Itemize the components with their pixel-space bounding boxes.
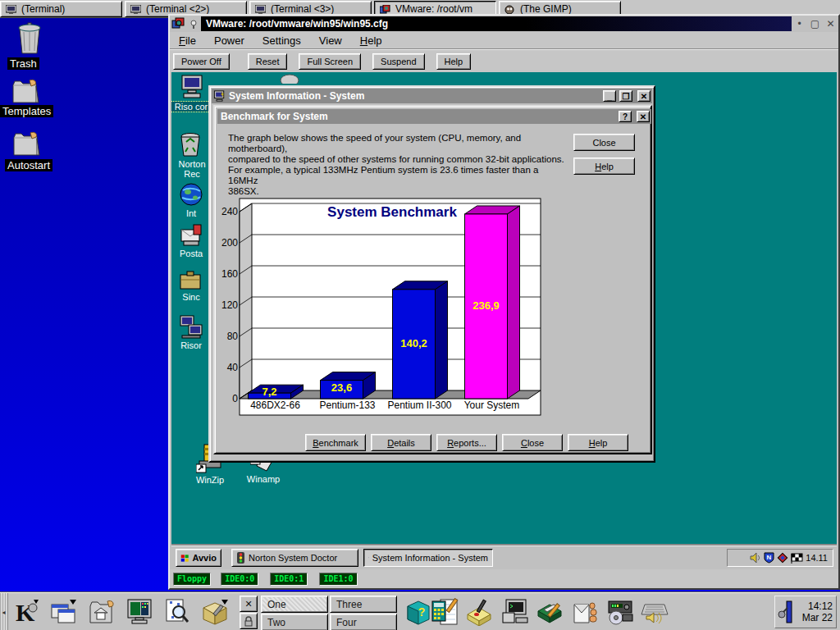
folder-icon bbox=[12, 131, 42, 158]
pin-icon[interactable] bbox=[189, 19, 199, 29]
reset-button[interactable]: Reset bbox=[248, 53, 288, 70]
guest-clock[interactable]: 14.11 bbox=[806, 553, 828, 563]
trash-desktop-icon[interactable] bbox=[16, 22, 43, 55]
details-button[interactable]: Details bbox=[371, 434, 431, 451]
guest-icon-inbox[interactable] bbox=[179, 221, 203, 251]
svg-text:240: 240 bbox=[221, 206, 238, 217]
applet-icon bbox=[775, 598, 795, 626]
dialog-help-button-bottom[interactable]: Help bbox=[568, 434, 628, 451]
sysinfo-title: System Information - System bbox=[229, 90, 600, 102]
autostart-desktop-icon[interactable] bbox=[12, 131, 42, 158]
svg-text:236,9: 236,9 bbox=[472, 299, 500, 312]
dialog-title: Benchmark for System bbox=[219, 111, 615, 122]
templates-desktop-icon[interactable] bbox=[11, 79, 41, 105]
benchmark-dialog-titlebar[interactable]: Benchmark for System ? ✕ bbox=[217, 109, 651, 124]
taskbar-tab-terminal-1[interactable]: (Terminal) bbox=[0, 1, 122, 17]
pager-desktop-two[interactable]: Two bbox=[261, 614, 328, 630]
volume-icon[interactable] bbox=[750, 552, 761, 564]
globe-icon bbox=[179, 182, 203, 207]
vmware-window: VMware: /root/vmware/win95/win95.cfg • ▢… bbox=[168, 14, 840, 590]
guest-icon-label[interactable]: WinZip bbox=[186, 475, 234, 485]
maximize-button[interactable]: ❐ bbox=[619, 90, 632, 102]
toolbar-help-button[interactable]: Help bbox=[436, 53, 472, 70]
dialog-close-button-bottom[interactable]: Close bbox=[502, 434, 563, 451]
benchmark-button[interactable]: Benchmark bbox=[305, 434, 366, 451]
close-icon[interactable]: ✕ bbox=[637, 90, 651, 102]
guest-icon-label[interactable]: Risor bbox=[171, 340, 211, 350]
guest-icon-label[interactable]: Norton Rec bbox=[171, 159, 212, 179]
close-icon[interactable]: ✕ bbox=[637, 111, 650, 122]
checkered-flag-icon[interactable] bbox=[791, 553, 803, 564]
k-menu-button[interactable]: K bbox=[11, 597, 41, 627]
guest-icon-briefcase[interactable] bbox=[179, 268, 202, 294]
konsole-button[interactable] bbox=[500, 597, 530, 627]
menu-help[interactable]: Help bbox=[351, 34, 391, 47]
panel-hide-handle[interactable]: ◂ bbox=[0, 593, 8, 630]
menu-power[interactable]: Power bbox=[205, 34, 253, 47]
window-list-button[interactable] bbox=[49, 597, 79, 627]
panel-clock-applet[interactable]: 14:12 Mar 22 bbox=[774, 596, 837, 628]
sticky-note-icon bbox=[465, 598, 493, 626]
ide10-led: IDE1:0 bbox=[319, 573, 357, 586]
close-icon[interactable]: ✕ bbox=[824, 17, 838, 30]
guest-icon-my-computer[interactable] bbox=[179, 73, 205, 103]
vmware-statusbar: Floppy IDE0:0 IDE0:1 IDE1:0 bbox=[170, 569, 838, 588]
sysinfo-titlebar[interactable]: System Information - System _ ❐ ✕ bbox=[212, 89, 652, 103]
help-icon[interactable]: ? bbox=[619, 111, 632, 122]
full-screen-button[interactable]: Full Screen bbox=[299, 53, 361, 70]
toolbox-button[interactable] bbox=[200, 597, 230, 627]
guest-icon-label[interactable]: Winamp bbox=[244, 474, 283, 484]
reports-button[interactable]: Reports... bbox=[436, 434, 497, 451]
recycle-bin-icon bbox=[178, 131, 203, 158]
kmail-button[interactable] bbox=[571, 597, 600, 627]
power-off-button[interactable]: Power Off bbox=[173, 53, 230, 70]
kedit-button[interactable] bbox=[535, 597, 564, 627]
window-title: VMware: /root/vmware/win95/win95.cfg bbox=[201, 16, 792, 31]
start-button[interactable]: Avvio bbox=[176, 549, 221, 567]
menu-file[interactable]: File bbox=[170, 34, 205, 47]
find-files-button[interactable] bbox=[162, 597, 192, 627]
guest-icon-label[interactable]: Sinc bbox=[171, 292, 211, 302]
system-monitor-button[interactable] bbox=[125, 597, 154, 627]
media-player-button[interactable] bbox=[605, 597, 635, 627]
knotes-button[interactable] bbox=[464, 597, 494, 627]
autostart-label[interactable]: Autostart bbox=[5, 159, 52, 171]
guest-icon-label[interactable]: Posta bbox=[171, 249, 211, 258]
minimize-button[interactable]: _ bbox=[603, 90, 616, 102]
suspend-button[interactable]: Suspend bbox=[372, 53, 424, 70]
taskbar-button-sysinfo[interactable]: System Information - System bbox=[363, 549, 493, 567]
trash-label[interactable]: Trash bbox=[7, 57, 39, 70]
guest-icon-label[interactable]: Int bbox=[171, 208, 211, 218]
pager-desktop-four[interactable]: Four bbox=[330, 614, 397, 630]
templates-label[interactable]: Templates bbox=[0, 105, 53, 117]
computer-icon bbox=[179, 73, 205, 99]
kill-window-button[interactable]: ✕ bbox=[240, 596, 258, 612]
keyboard-sound-button[interactable] bbox=[640, 597, 669, 627]
taskbar-button-norton[interactable]: Norton System Doctor bbox=[231, 549, 358, 567]
vmware-tray-icon[interactable] bbox=[777, 552, 788, 564]
minimize-button[interactable]: • bbox=[792, 17, 806, 30]
dialog-help-button-top[interactable]: Help bbox=[573, 158, 635, 175]
guest-icon-network[interactable] bbox=[179, 313, 203, 343]
maximize-button[interactable]: ▢ bbox=[808, 17, 822, 30]
konsole-icon bbox=[501, 598, 529, 626]
guest-icon-internet[interactable] bbox=[179, 182, 203, 210]
ide00-led: IDE0:0 bbox=[221, 573, 258, 586]
pager-desktop-three[interactable]: Three bbox=[330, 596, 397, 613]
guest-icon-norton-recycle[interactable] bbox=[178, 131, 203, 161]
benchmark-dialog: Benchmark for System ? ✕ The graph below… bbox=[213, 105, 652, 454]
lock-screen-button[interactable] bbox=[240, 613, 258, 629]
pager-desktop-one[interactable]: One bbox=[261, 596, 328, 613]
help-button[interactable]: ? bbox=[404, 597, 433, 627]
menu-settings[interactable]: Settings bbox=[253, 34, 310, 47]
vmware-titlebar[interactable]: VMware: /root/vmware/win95/win95.cfg • ▢… bbox=[170, 16, 838, 32]
desktop-screen: Trash Templates Autostart (Terminal) (Te… bbox=[0, 0, 840, 630]
calculator-button[interactable] bbox=[430, 597, 459, 627]
home-folder-button[interactable] bbox=[87, 597, 116, 627]
menu-view[interactable]: View bbox=[310, 34, 351, 47]
norton-shield-icon[interactable]: N bbox=[764, 552, 774, 564]
svg-text:200: 200 bbox=[221, 237, 238, 249]
dialog-close-button-top[interactable]: Close bbox=[573, 134, 635, 151]
svg-text:40: 40 bbox=[227, 362, 239, 373]
guest-icon-label[interactable]: Riso cor bbox=[171, 102, 211, 112]
